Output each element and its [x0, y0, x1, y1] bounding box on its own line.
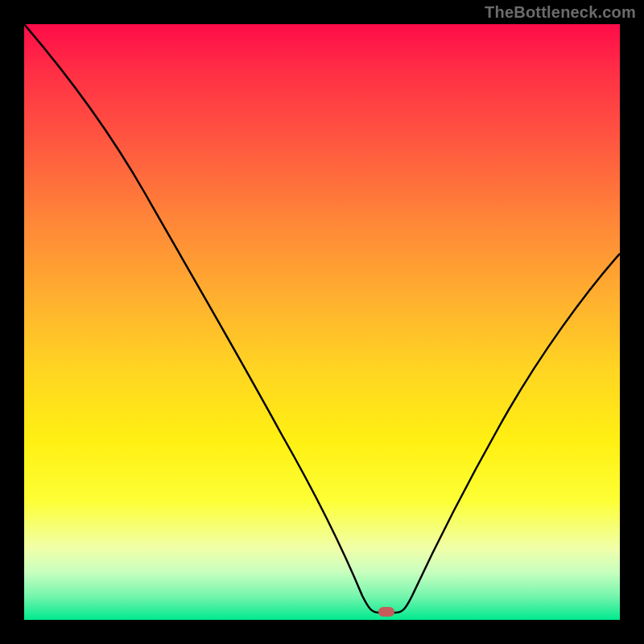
- plot-area: [24, 24, 620, 620]
- chart-frame: TheBottleneck.com: [0, 0, 644, 644]
- optimum-marker: [378, 607, 394, 617]
- watermark-text: TheBottleneck.com: [485, 3, 636, 22]
- bottleneck-curve-path: [24, 24, 620, 613]
- bottleneck-curve: [24, 24, 620, 620]
